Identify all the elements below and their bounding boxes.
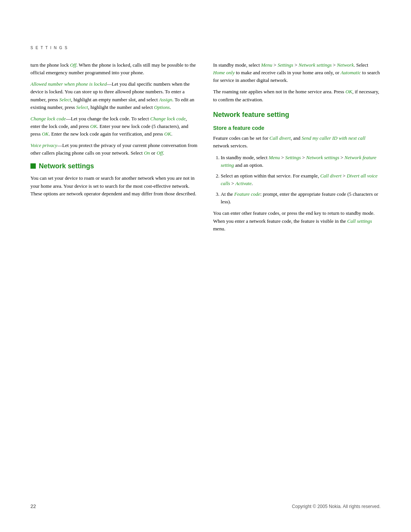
menu-link-2: Menu	[269, 155, 280, 160]
feature-code-link: Feature code	[234, 191, 260, 197]
para-standby-mode: In standby mode, select Menu > Settings …	[213, 61, 381, 84]
allowed-heading: Allowed number when phone is locked	[30, 81, 107, 87]
options-link: Options	[154, 104, 170, 110]
automatic-link: Automatic	[341, 70, 361, 75]
left-column: turn the phone lock Off. When the phone …	[30, 61, 198, 236]
ok-link-1: OK	[90, 123, 97, 129]
page-number: 22	[30, 503, 36, 509]
para-roaming: The roaming rate applies when not in the…	[213, 88, 381, 103]
home-only-link: Home only	[213, 70, 235, 75]
copyright-text: Copyright © 2005 Nokia. All rights reser…	[292, 504, 381, 509]
select-link-2: Select	[76, 104, 88, 110]
ok-link-4: OK	[346, 89, 352, 94]
ok-link-3: OK	[164, 131, 171, 137]
send-id-link: Send my caller ID with next call	[302, 135, 366, 141]
network-settings-body: You can set your device to roam or searc…	[30, 174, 198, 197]
call-divert-link-2: Call divert	[320, 173, 341, 179]
nfs-title: Network feature setting	[213, 111, 289, 118]
network-settings-link-1: Network settings	[298, 62, 331, 68]
call-divert-link: Call divert	[269, 135, 291, 141]
footer-para: You can enter other feature codes, or pr…	[213, 209, 381, 232]
store-body: Feature codes can be set for Call divert…	[213, 134, 381, 150]
call-settings-link: Call settings	[347, 218, 372, 224]
section-square-icon	[30, 163, 36, 169]
settings-link-2: Settings	[285, 155, 301, 160]
network-feature-setting-heading: Network feature setting	[213, 110, 381, 120]
off-link: Off	[70, 62, 76, 68]
para-voice-privacy: Voice privacy—Let you protect the privac…	[30, 142, 198, 157]
para-allowed-number: Allowed number when phone is locked—Let …	[30, 80, 198, 111]
select-link-1: Select	[59, 97, 71, 102]
off-link-2: Off	[156, 150, 163, 156]
ok-link-2: OK	[42, 131, 49, 137]
change-lock-heading: Change lock code	[30, 116, 66, 121]
network-settings-link-2: Network settings	[306, 155, 339, 160]
page-header: S e t t i n g s	[30, 46, 381, 50]
change-lock-link: Change lock code	[150, 116, 186, 121]
store-feature-code-heading: Store a feature code	[213, 124, 381, 133]
store-title: Store a feature code	[213, 125, 264, 131]
voice-privacy-heading: Voice privacy	[30, 142, 57, 148]
step-2: Select an option within that service. Fo…	[221, 172, 381, 187]
para-change-lock: Change lock code—Let you change the lock…	[30, 115, 198, 138]
header-label: S e t t i n g s	[30, 46, 68, 50]
step-3: At the Feature code: prompt, enter the a…	[221, 190, 381, 206]
assign-link: Assign	[159, 97, 172, 102]
on-link: On	[144, 150, 150, 156]
para-phone-lock: turn the phone lock Off. When the phone …	[30, 61, 198, 77]
network-link-1: Network	[337, 62, 354, 68]
steps-list: In standby mode, select Menu > Settings …	[213, 154, 381, 206]
settings-link-1: Settings	[277, 62, 293, 68]
network-settings-title: Network settings	[39, 161, 94, 172]
network-settings-heading: Network settings	[30, 161, 198, 172]
page: S e t t i n g s turn the phone lock Off.…	[0, 0, 411, 532]
page-footer: 22 Copyright © 2005 Nokia. All rights re…	[0, 503, 411, 509]
activate-link: Activate	[235, 181, 252, 186]
right-column: In standby mode, select Menu > Settings …	[213, 61, 381, 236]
two-column-layout: turn the phone lock Off. When the phone …	[30, 61, 381, 236]
step-1: In standby mode, select Menu > Settings …	[221, 154, 381, 169]
menu-link-1: Menu	[261, 62, 272, 68]
